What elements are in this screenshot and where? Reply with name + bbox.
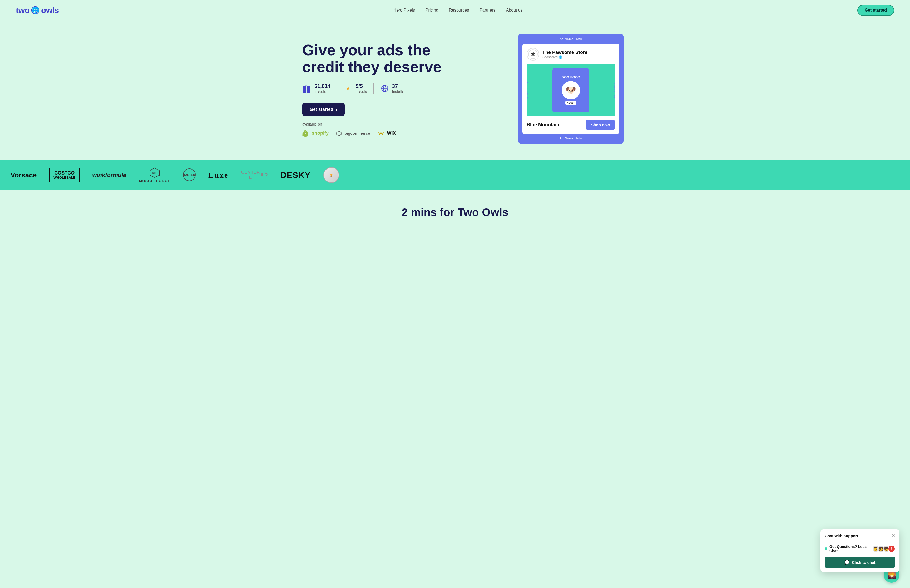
- nav-links: Hero Pixels Pricing Resources Partners A…: [393, 8, 523, 13]
- ad-store-header: The Pawsome Store Sponsored 🌐: [527, 48, 615, 61]
- chat-widget-title: Chat with support: [825, 533, 858, 538]
- chat-widget-body: Got Questions? Let's Chat 👨 👩 👦 ! 💬 Clic…: [821, 541, 899, 572]
- store-logo: [527, 48, 539, 61]
- chat-question-row: Got Questions? Let's Chat 👨 👩 👦 !: [825, 544, 895, 553]
- squares-plus-icon: +: [302, 84, 312, 93]
- brands-strip: Vorsace COSTCO WHOLESALE winkformula MF …: [0, 160, 910, 190]
- ad-preview-outer: Ad Name: Tofu Ad Name: Tofu Ad Name: Tof…: [518, 34, 624, 144]
- ad-preview-inner: The Pawsome Store Sponsored 🌐 Ad Name: T…: [522, 44, 619, 134]
- brand-taster: TASTER: [183, 168, 196, 182]
- available-on-label: available on: [302, 122, 450, 126]
- hero-title: Give your ads the credit they deserve: [302, 42, 450, 75]
- brand-luxe: Luxe: [208, 171, 229, 179]
- svg-point-14: [531, 53, 532, 54]
- nav-partners[interactable]: Partners: [480, 8, 495, 12]
- navbar: two owls Hero Pixels Pricing Resources P…: [0, 0, 910, 21]
- svg-point-0: [32, 6, 39, 14]
- svg-rect-5: [302, 90, 306, 93]
- adult-badge: ADULT: [565, 101, 576, 105]
- svg-text:MF: MF: [152, 171, 157, 174]
- stat-num-2: 5/5: [356, 83, 367, 89]
- stat-rating: ★ 5/5 Installs: [343, 83, 367, 94]
- brand-center-lar: CENTERLAR: [241, 170, 268, 181]
- chat-avatar-4: !: [888, 545, 895, 552]
- stat-installs-1: + 51,614 Installs: [302, 83, 330, 94]
- svg-point-1: [34, 6, 37, 14]
- brand-extra: 🏆: [323, 167, 339, 183]
- online-indicator: [825, 548, 827, 550]
- store-name: The Pawsome Store: [542, 50, 587, 55]
- bigcommerce-logo: bigcommerce: [336, 131, 370, 136]
- svg-rect-4: [307, 86, 310, 90]
- stat-label-1: Installs: [314, 89, 330, 94]
- ad-product-name: Blue Mountain: [527, 122, 559, 128]
- chat-bubble-icon: 💬: [844, 560, 850, 565]
- nav-resources[interactable]: Resources: [449, 8, 469, 12]
- brand-desky: DESKY: [280, 170, 311, 180]
- hero-get-started-button[interactable]: Get started ▾: [302, 103, 345, 116]
- stat-num-1: 51,614: [314, 83, 330, 89]
- platform-logos: shopify bigcommerce WIX: [302, 130, 450, 137]
- brand-winkformula: winkformula: [92, 171, 126, 178]
- nav-get-started-button[interactable]: Get started: [857, 5, 894, 16]
- ad-footer: Blue Mountain Shop now: [527, 120, 615, 130]
- chat-widget: Chat with support ✕ Got Questions? Let's…: [821, 529, 899, 572]
- ad-preview-container: Ad Name: Tofu Ad Name: Tofu Ad Name: Tof…: [518, 34, 624, 144]
- pkg-text: DOG FOOD: [562, 75, 580, 79]
- logo-text-owls: owls: [41, 5, 59, 15]
- ad-label-bottom: Ad Name: Tofu: [522, 137, 619, 140]
- hero-cta-label: Get started: [310, 107, 333, 112]
- stat-label-2: Installs: [356, 89, 367, 94]
- stat-globe: 37 Installs: [380, 83, 404, 94]
- nav-hero-pixels[interactable]: Hero Pixels: [393, 8, 415, 12]
- dropdown-arrow-icon: ▾: [335, 107, 337, 111]
- ad-side-label-inner-right: Ad Name: Tofu: [613, 81, 615, 99]
- wix-logo: WIX: [378, 130, 396, 137]
- nav-pricing[interactable]: Pricing: [425, 8, 438, 12]
- chat-close-button[interactable]: ✕: [891, 533, 895, 538]
- click-to-chat-button[interactable]: 💬 Click to chat: [825, 557, 895, 568]
- nav-about-us[interactable]: About us: [506, 8, 523, 12]
- store-sponsored: Sponsored 🌐: [542, 55, 587, 59]
- dog-food-package: DOG FOOD 🐶 ADULT: [553, 68, 589, 112]
- logo-globe-icon: [31, 6, 39, 15]
- globe-stat-icon: [380, 84, 390, 93]
- brand-vorsace: Vorsace: [11, 171, 37, 179]
- ad-label-top: Ad Name: Tofu: [522, 37, 619, 41]
- svg-rect-6: [307, 90, 310, 93]
- dog-icon: 🐶: [562, 81, 580, 100]
- chat-avatars: 👨 👩 👦 !: [872, 545, 895, 552]
- svg-marker-11: [336, 131, 341, 136]
- hero-left: Give your ads the credit they deserve + …: [302, 34, 450, 137]
- chat-widget-header: Chat with support ✕: [821, 529, 899, 541]
- brand-muscleforce: MF MUSCLEFORCE: [139, 167, 170, 183]
- wix-label: WIX: [387, 131, 396, 136]
- logo[interactable]: two owls: [16, 5, 59, 15]
- stat-label-3: Installs: [392, 89, 404, 94]
- shop-now-button[interactable]: Shop now: [586, 120, 615, 130]
- hero-stats: + 51,614 Installs ★ 5/5 Installs: [302, 83, 450, 94]
- brand-costco: COSTCO WHOLESALE: [49, 168, 79, 182]
- section-below: 2 mins for Two Owls: [0, 190, 910, 229]
- star-icon: ★: [343, 84, 353, 93]
- logo-text-two: two: [16, 5, 29, 15]
- svg-text:+: +: [305, 84, 307, 87]
- stat-divider-1: [337, 83, 337, 94]
- hero-section: Give your ads the credit they deserve + …: [271, 21, 639, 160]
- stat-num-3: 37: [392, 83, 404, 89]
- shopify-label: shopify: [312, 131, 329, 136]
- svg-point-15: [534, 53, 535, 54]
- shopify-logo: shopify: [302, 130, 329, 137]
- bigcommerce-label: bigcommerce: [344, 131, 370, 136]
- ad-side-label-inner-left: Ad Name: Tofu: [527, 81, 529, 99]
- section-below-title: 2 mins for Two Owls: [16, 206, 894, 219]
- click-to-chat-label: Click to chat: [852, 560, 875, 565]
- ad-image-area: Ad Name: Tofu DOG FOOD 🐶 ADULT Ad Name: …: [527, 64, 615, 116]
- svg-point-16: [532, 53, 534, 54]
- chat-question-text: Got Questions? Let's Chat: [829, 544, 870, 553]
